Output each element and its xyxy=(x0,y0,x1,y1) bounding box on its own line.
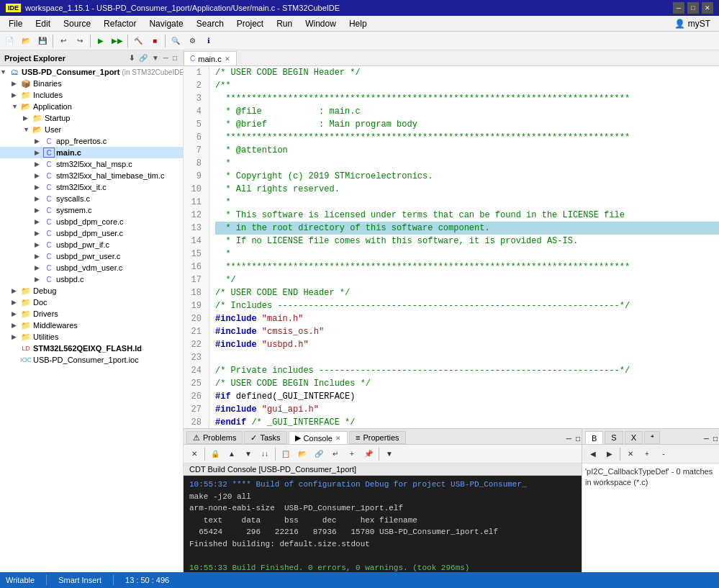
tree-item-vdm-user[interactable]: ▶ C usbpd_vdm_user.c xyxy=(0,262,183,273)
collapse-all-btn[interactable]: ⬇ xyxy=(127,53,136,63)
debug-btn[interactable]: ▶ xyxy=(93,33,109,49)
save-btn[interactable]: 💾 xyxy=(35,33,50,49)
tree-item-ioc[interactable]: ▶ IOC USB-PD_Consumer_1port.ioc xyxy=(0,354,183,366)
redo-btn[interactable]: ↪ xyxy=(72,33,88,49)
menu-window[interactable]: Window xyxy=(299,17,342,30)
dpm-core-icon: C xyxy=(43,217,55,227)
menu-refactor[interactable]: Refactor xyxy=(98,17,142,30)
search-expand-btn[interactable]: + xyxy=(639,446,655,462)
debug-label: Debug xyxy=(33,286,56,295)
tree-item-includes[interactable]: ▶ 📁 Includes xyxy=(0,89,183,101)
status-position: 13 : 50 : 496 xyxy=(125,576,169,584)
binaries-icon: 📦 xyxy=(20,78,32,89)
tree-item-main-c[interactable]: ▶ C main.c xyxy=(0,147,183,158)
tree-item-flash-ld[interactable]: ▶ LD STM32L562QEIXQ_FLASH.ld xyxy=(0,343,183,354)
sidebar-menu-btn[interactable]: ▼ xyxy=(150,53,160,63)
copy-btn[interactable]: 📋 xyxy=(278,446,294,462)
maximize-panel-btn[interactable]: □ xyxy=(574,433,582,444)
open-btn[interactable]: 📂 xyxy=(18,33,34,49)
tab-console[interactable]: ▶ Console ✕ xyxy=(289,431,348,444)
console-content[interactable]: 10:55:32 **** Build of configuration Deb… xyxy=(184,476,582,572)
editor-tab-main-c[interactable]: C main.c ✕ xyxy=(184,51,237,65)
link-btn[interactable]: 🔗 xyxy=(311,446,327,462)
word-wrap-btn[interactable]: ↵ xyxy=(327,446,343,462)
tree-item-it[interactable]: ▶ C stm32l5xx_it.c xyxy=(0,181,183,193)
search-back-btn[interactable]: ◀ xyxy=(585,446,601,462)
menu-source[interactable]: Source xyxy=(58,17,96,30)
code-editor[interactable]: 12345 678910 1112131415 1617181920 21222… xyxy=(184,66,719,428)
search-toolbar-btn[interactable]: 🔍 xyxy=(168,33,184,49)
tree-item-doc[interactable]: ▶ 📁 Doc xyxy=(0,297,183,308)
minimize-sidebar-btn[interactable]: ─ xyxy=(162,53,170,63)
settings-btn[interactable]: ⚙ xyxy=(184,33,200,49)
menu-run[interactable]: Run xyxy=(271,17,298,30)
open-file-btn[interactable]: 📂 xyxy=(294,446,310,462)
tab-problems[interactable]: ⚠ Problems xyxy=(186,431,243,444)
tree-item-hal-msp[interactable]: ▶ C stm32l5xx_hal_msp.c xyxy=(0,158,183,170)
close-button[interactable]: ✕ xyxy=(702,2,713,14)
maximize-right-btn[interactable]: □ xyxy=(712,433,719,444)
right-tab-4[interactable]: ⁴ xyxy=(644,431,660,444)
maximize-sidebar-btn[interactable]: □ xyxy=(171,53,178,63)
minimize-button[interactable]: ─ xyxy=(673,2,684,14)
tab-properties[interactable]: ≡ Properties xyxy=(349,431,406,444)
menu-search[interactable]: Search xyxy=(191,17,230,30)
maximize-button[interactable]: □ xyxy=(687,2,699,14)
menu-navigate[interactable]: Navigate xyxy=(143,17,189,30)
tree-item-dpm-user[interactable]: ▶ C usbpd_dpm_user.c xyxy=(0,227,183,239)
stop-btn[interactable]: ■ xyxy=(147,33,163,49)
search-collapse-btn[interactable]: - xyxy=(656,446,671,462)
myst-user[interactable]: 👤 myST xyxy=(674,19,716,29)
tree-item-dpm-core[interactable]: ▶ C usbpd_dpm_core.c xyxy=(0,216,183,227)
project-label: USB-PD_Consumer_1port (in STM32CubeIDE..… xyxy=(22,68,183,76)
menu-edit[interactable]: Edit xyxy=(30,17,56,30)
menu-help[interactable]: Help xyxy=(343,17,373,30)
tree-item-pwr-user[interactable]: ▶ C usbpd_pwr_user.c xyxy=(0,250,183,262)
new-console-btn[interactable]: + xyxy=(344,446,360,462)
tree-item-syscalls[interactable]: ▶ C syscalls.c xyxy=(0,193,183,204)
code-line-28: #endif /* _GUI_INTERFACE */ xyxy=(215,416,719,428)
tree-item-drivers[interactable]: ▶ 📁 Drivers xyxy=(0,308,183,320)
clear-console-btn[interactable]: ✕ xyxy=(186,446,202,462)
search-clear-btn[interactable]: ✕ xyxy=(623,446,638,462)
scroll-end-btn[interactable]: ↓↓ xyxy=(257,446,273,462)
tree-item-usbpd[interactable]: ▶ C usbpd.c xyxy=(0,273,183,285)
build-btn[interactable]: 🔨 xyxy=(130,33,146,49)
tree-item-application[interactable]: ▼ 📂 Application xyxy=(0,101,183,112)
tree-item-pwr-if[interactable]: ▶ C usbpd_pwr_if.c xyxy=(0,239,183,250)
pin-btn[interactable]: 📌 xyxy=(361,446,376,462)
tree-item-user[interactable]: ▼ 📂 User xyxy=(0,124,183,135)
link-editor-btn[interactable]: 🔗 xyxy=(137,53,149,63)
scroll-up-btn[interactable]: ▲ xyxy=(224,446,240,462)
right-tab-s[interactable]: S xyxy=(605,431,623,444)
console-close-btn[interactable]: ✕ xyxy=(335,435,341,442)
tree-item-middlewares[interactable]: ▶ 📁 Middlewares xyxy=(0,320,183,331)
tree-item-utilities[interactable]: ▶ 📁 Utilities xyxy=(0,331,183,343)
tree-item-app-freertos[interactable]: ▶ C app_freertos.c xyxy=(0,135,183,147)
problems-label: Problems xyxy=(203,433,236,442)
scroll-lock-btn[interactable]: 🔒 xyxy=(207,446,223,462)
tree-item-debug[interactable]: ▶ 📁 Debug xyxy=(0,285,183,297)
tree-item-project[interactable]: ▼ 🗂 USB-PD_Consumer_1port (in STM32CubeI… xyxy=(0,66,183,78)
tab-tasks[interactable]: ✓ Tasks xyxy=(244,431,286,444)
minimize-panel-btn[interactable]: ─ xyxy=(565,433,573,444)
minimize-right-btn[interactable]: ─ xyxy=(702,433,710,444)
tree-item-startup[interactable]: ▶ 📁 Startup xyxy=(0,112,183,124)
search-fwd-btn[interactable]: ▶ xyxy=(602,446,618,462)
scroll-down-btn[interactable]: ▼ xyxy=(240,446,256,462)
title-controls: ─ □ ✕ xyxy=(673,2,713,14)
run-btn[interactable]: ▶▶ xyxy=(109,33,125,49)
tree-item-hal-tim[interactable]: ▶ C stm32l5xx_hal_timebase_tim.c xyxy=(0,170,183,181)
new-btn[interactable]: 📄 xyxy=(1,33,17,49)
tree-item-binaries[interactable]: ▶ 📦 Binaries xyxy=(0,78,183,89)
tab-close-btn[interactable]: ✕ xyxy=(225,55,230,63)
tree-item-sysmem[interactable]: ▶ C sysmem.c xyxy=(0,204,183,216)
undo-btn[interactable]: ↩ xyxy=(55,33,71,49)
menu-file[interactable]: File xyxy=(3,17,28,30)
right-tab-x[interactable]: X xyxy=(625,431,643,444)
right-tab-b[interactable]: B xyxy=(585,431,603,444)
info-btn[interactable]: ℹ xyxy=(201,33,217,49)
menu-project[interactable]: Project xyxy=(231,17,269,30)
menu-bar: File Edit Source Refactor Navigate Searc… xyxy=(0,16,719,32)
console-menu-btn[interactable]: ▼ xyxy=(381,446,397,462)
